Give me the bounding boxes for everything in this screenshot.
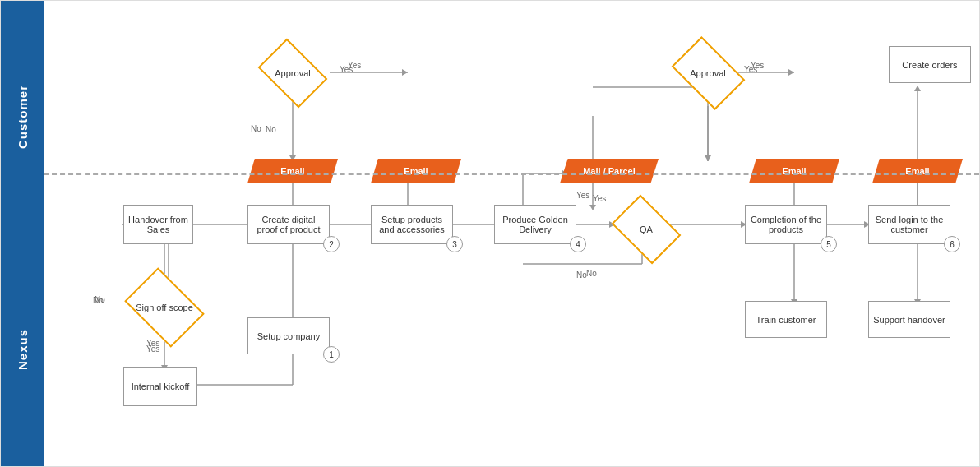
svg-marker-18 [402,69,408,76]
badge-5: 5 [821,236,837,252]
approval-diamond-1: Approval [260,49,326,98]
email-shape-1: Email [247,159,338,183]
diagram-area: No Yes Yes Yes [44,1,979,466]
produce-golden-box: Produce Golden Delivery [494,205,576,244]
nexus-label: Nexus [16,329,30,370]
send-login-box: Send login to the customer [868,205,950,244]
badge-6: 6 [944,236,960,252]
mail-parcel-shape: Mail / Parcel [560,159,659,183]
customer-label: Customer [16,85,30,149]
approval2-yes-label: Yes [744,65,757,74]
sign-off-no-label: No [95,295,105,304]
svg-text:No: No [266,125,276,134]
main-container: Customer Nexus [0,0,980,467]
email-shape-3: Email [749,159,839,183]
badge-4: 4 [570,236,586,252]
svg-text:Yes: Yes [576,191,589,200]
completion-box: Completion of the products [745,205,827,244]
svg-marker-31 [589,205,596,210]
badge-1: 1 [323,346,340,363]
qa-no-label: No [576,270,587,280]
svg-marker-25 [788,69,794,76]
setup-products-box: Setup products and accessories [371,205,453,244]
swimlane-divider [44,173,979,175]
badge-2: 2 [323,236,340,252]
train-customer-box: Train customer [745,301,827,338]
email-shape-2: Email [371,159,461,183]
create-digital-box: Create digital proof of product [247,205,330,244]
qa-diamond: QA [613,205,679,254]
svg-text:No: No [586,269,597,278]
create-orders-box: Create orders [889,46,971,83]
sign-off-yes-label: Yes [146,344,159,354]
approval1-yes-label: Yes [340,65,353,74]
customer-swimlane-label: Customer [1,1,44,234]
setup-company-box: Setup company [247,317,330,354]
approval-diamond-2: Approval [671,49,745,98]
nexus-swimlane-label: Nexus [1,234,44,466]
svg-marker-13 [914,86,921,91]
support-handover-box: Support handover [868,301,950,338]
email-shape-4: Email [872,159,963,183]
sidebar: Customer Nexus [1,1,44,466]
qa-yes-label: Yes [593,194,606,203]
approval1-no-label: No [251,124,261,133]
badge-3: 3 [446,236,463,252]
internal-kickoff-box: Internal kickoff [123,367,197,406]
handover-box: Handover from Sales [123,205,193,244]
sign-off-diamond: Sign off scope [123,280,206,334]
